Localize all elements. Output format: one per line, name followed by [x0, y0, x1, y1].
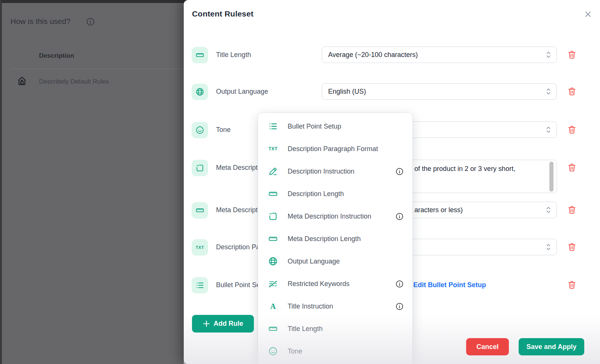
delete-rule-trash-icon[interactable] [567, 242, 577, 252]
plus-icon [203, 320, 210, 327]
house-icon [16, 75, 28, 87]
textarea-text: of the product in 2 or 3 very short, [414, 165, 515, 173]
menu-item-description-instruction[interactable]: Description Instruction [258, 160, 412, 183]
dimmed-background-page: How is this used? Description Describely… [0, 0, 188, 364]
output-language-select[interactable]: English (US) [322, 83, 557, 100]
letter-a-icon: A [268, 301, 278, 311]
delete-rule-trash-icon[interactable] [567, 163, 577, 172]
scrollbar-thumb[interactable] [549, 162, 554, 192]
menu-item-label: Output Language [288, 258, 340, 265]
svg-text:TXT: TXT [196, 245, 204, 250]
info-icon[interactable] [396, 303, 404, 310]
chevron-updown-icon [546, 126, 551, 133]
brackets-quote-icon [268, 211, 278, 221]
background-sidebar-edge [0, 0, 2, 364]
how-is-this-used-heading: How is this used? [10, 17, 70, 26]
select-value: aracters or less) [414, 206, 463, 214]
delete-rule-trash-icon[interactable] [567, 87, 577, 96]
menu-item-description-length[interactable]: Description Length [258, 183, 412, 205]
cancel-button[interactable]: Cancel [466, 338, 509, 355]
menu-item-meta-description-length[interactable]: Meta Description Length [258, 228, 412, 250]
svg-text:A: A [270, 302, 276, 310]
delete-rule-trash-icon[interactable] [567, 125, 577, 135]
ruler-icon [192, 47, 208, 63]
restricted-icon [268, 279, 278, 289]
chevron-updown-icon [546, 244, 551, 251]
smiley-icon [268, 346, 278, 356]
select-value: English (US) [328, 88, 366, 96]
info-icon[interactable] [396, 280, 404, 288]
rule-label-title-length: Title Length [216, 51, 251, 59]
menu-item-label: Title Length [288, 325, 322, 333]
menu-item-tone[interactable]: Tone [258, 340, 412, 363]
close-icon[interactable] [583, 9, 593, 19]
menu-item-label: Restricted Keywords [288, 280, 350, 288]
save-and-apply-button[interactable]: Save and Apply [519, 338, 584, 355]
chevron-updown-icon [546, 207, 551, 214]
menu-item-label: Meta Description Instruction [288, 213, 371, 220]
edit-bullet-point-setup-link[interactable]: Edit Bullet Point Setup [413, 281, 486, 289]
delete-rule-trash-icon[interactable] [567, 205, 577, 215]
title-length-select[interactable]: Average (~20-100 characters) [322, 46, 557, 63]
brackets-quote-icon [192, 160, 208, 176]
select-value: Average (~20-100 characters) [328, 51, 418, 59]
globe-icon [192, 84, 208, 100]
menu-item-output-language[interactable]: Output Language [258, 250, 412, 273]
menu-item-title-instruction[interactable]: ATitle Instruction [258, 295, 412, 318]
modal-title: Content Ruleset [192, 9, 254, 18]
txt-icon: TXT [268, 144, 278, 154]
menu-item-label: Bullet Point Setup [288, 123, 341, 130]
bullet-list-icon [268, 121, 278, 131]
menu-item-restricted-keywords[interactable]: Restricted Keywords [258, 273, 412, 295]
svg-text:TXT: TXT [268, 146, 278, 151]
menu-item-description-paragraph-format[interactable]: TXTDescription Paragraph Format [258, 138, 412, 160]
ruler-icon [268, 234, 278, 244]
info-icon [86, 18, 94, 26]
menu-item-bullet-point-setup[interactable]: Bullet Point Setup [258, 115, 412, 138]
pencil-icon [268, 166, 278, 176]
txt-icon: TXT [192, 239, 208, 256]
delete-rule-trash-icon[interactable] [567, 280, 577, 290]
add-rule-button[interactable]: Add Rule [192, 315, 254, 333]
table-header-description: Description [39, 52, 74, 60]
rule-type-dropdown-menu: Bullet Point SetupTXTDescription Paragra… [258, 113, 412, 364]
background-top-bar [0, 0, 188, 3]
smiley-icon [192, 122, 208, 138]
info-icon[interactable] [396, 213, 404, 220]
ruler-icon [268, 324, 278, 334]
ruler-icon [268, 189, 278, 199]
delete-rule-trash-icon[interactable] [567, 50, 577, 60]
table-row-describely-default-rules: Describely Default Rules [39, 78, 109, 85]
globe-icon [268, 256, 278, 266]
screen: How is this used? Description Describely… [0, 0, 600, 364]
rule-label-output-language: Output Language [216, 88, 268, 96]
menu-item-meta-description-instruction[interactable]: Meta Description Instruction [258, 205, 412, 228]
ruler-icon [192, 202, 208, 219]
info-icon[interactable] [396, 168, 404, 175]
table-divider [10, 69, 184, 69]
menu-item-label: Meta Description Length [288, 235, 361, 243]
chevron-updown-icon [546, 88, 551, 95]
content-ruleset-modal: Content Ruleset Title LengthAverage (~20… [184, 0, 600, 364]
chevron-updown-icon [546, 51, 551, 58]
rule-label-tone: Tone [216, 126, 231, 134]
menu-item-label: Description Paragraph Format [288, 145, 378, 153]
menu-item-label: Description Length [288, 190, 344, 198]
menu-item-label: Description Instruction [288, 168, 354, 175]
menu-item-label: Title Instruction [288, 303, 333, 310]
menu-item-label: Tone [288, 348, 302, 355]
bullet-list-icon [192, 277, 208, 294]
menu-item-title-length[interactable]: Title Length [258, 318, 412, 340]
